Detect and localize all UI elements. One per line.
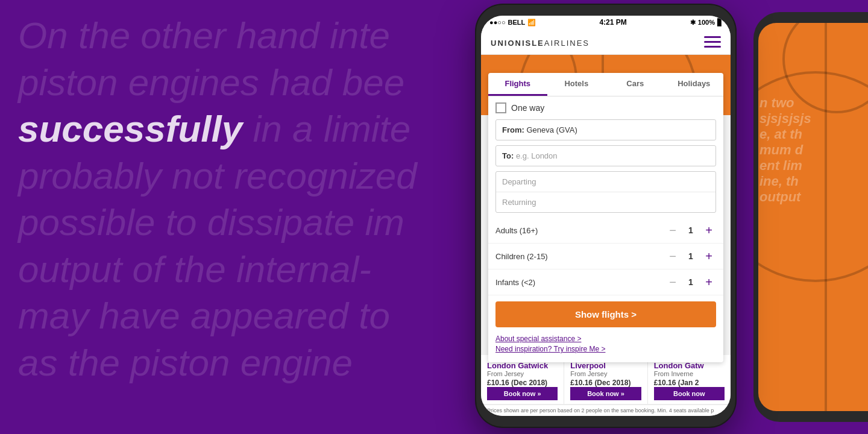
- to-field[interactable]: To: e.g. London: [495, 145, 716, 166]
- hamburger-line-2: [704, 41, 721, 43]
- from-field-value: Geneva (GVA): [526, 125, 577, 134]
- returning-label: Returning: [502, 198, 536, 207]
- children-row: Children (2-15) − 1 +: [488, 244, 723, 269]
- tab-cars-label: Cars: [626, 79, 644, 88]
- dest-city-1: Liverpool: [570, 361, 641, 370]
- one-way-row[interactable]: One way: [488, 96, 723, 119]
- children-minus-btn[interactable]: −: [665, 249, 680, 263]
- tab-flights[interactable]: Flights: [488, 73, 547, 96]
- dest-city-0: London Gatwick: [487, 361, 558, 370]
- dest-from-0: From Jersey: [487, 370, 558, 377]
- book-btn-1[interactable]: Book now »: [570, 387, 641, 400]
- from-field[interactable]: From: Geneva (GVA): [495, 119, 716, 140]
- links-area: About special assistance > Need inspirat…: [488, 332, 723, 357]
- brand-primary: Unionisle: [491, 39, 544, 48]
- hamburger-menu[interactable]: [704, 36, 721, 48]
- dest-price-0: £10.16 (Dec 2018): [487, 379, 558, 387]
- phone-shell: ●●○○ BELL 📶 4:21 PM ✱ 100% ▊ UnionisleAI…: [476, 5, 735, 427]
- dest-date-1: (Dec 2018): [594, 379, 631, 387]
- dest-date-2: (Jan 2: [678, 379, 699, 387]
- right-phone-partial: n two sjsjsjsjs e, at th mum d ent lim i…: [753, 12, 868, 422]
- one-way-checkbox[interactable]: [495, 102, 506, 113]
- battery-label: 100%: [698, 19, 715, 26]
- hamburger-line-3: [704, 46, 721, 48]
- tab-holidays[interactable]: Holidays: [665, 73, 724, 96]
- dest-price-2: £10.16 (Jan 2: [654, 379, 725, 387]
- infants-plus-btn[interactable]: +: [702, 275, 716, 289]
- tab-navigation: Flights Hotels Cars Holidays: [488, 73, 723, 96]
- dest-from-1: From Jersey: [570, 370, 641, 377]
- tab-holidays-label: Holidays: [678, 79, 710, 88]
- dest-price-value-0: £10.16: [487, 379, 509, 387]
- basketball-vline: [825, 23, 827, 411]
- dest-price-value-2: £10.16: [654, 379, 676, 387]
- children-controls: − 1 +: [665, 249, 716, 263]
- one-way-label: One way: [511, 103, 544, 113]
- adults-plus-btn[interactable]: +: [702, 223, 716, 237]
- special-assistance-link[interactable]: About special assistance >: [495, 335, 716, 343]
- adults-count: 1: [686, 225, 696, 235]
- adults-row: Adults (16+) − 1 +: [488, 218, 723, 244]
- tab-hotels[interactable]: Hotels: [547, 73, 606, 96]
- hamburger-line-1: [704, 36, 721, 38]
- returning-field[interactable]: Returning: [496, 192, 715, 212]
- infants-controls: − 1 +: [665, 275, 716, 289]
- brand-subtitle: AIRLINES: [544, 39, 590, 48]
- battery-icon: ▊: [717, 19, 722, 27]
- dest-city-2: London Gatw: [654, 361, 725, 370]
- adults-label: Adults (16+): [495, 226, 538, 235]
- prices-footer-text: Prices shown are per person based on 2 p…: [487, 407, 714, 414]
- adults-controls: − 1 +: [665, 223, 716, 237]
- bold-word: successfully: [18, 108, 242, 149]
- dest-price-value-1: £10.16: [570, 379, 593, 387]
- children-plus-btn[interactable]: +: [702, 249, 716, 263]
- prices-footer: Prices shown are per person based on 2 p…: [481, 404, 731, 416]
- dest-price-1: £10.16 (Dec 2018): [570, 379, 641, 387]
- destination-strip: London Gatwick From Jersey £10.16 (Dec 2…: [481, 355, 731, 404]
- tab-hotels-label: Hotels: [564, 79, 588, 88]
- from-field-label: From:: [502, 125, 524, 134]
- children-label: Children (2-15): [495, 252, 548, 261]
- right-phone-screen: n two sjsjsjsjs e, at th mum d ent lim i…: [758, 23, 868, 411]
- departing-field[interactable]: Departing: [496, 172, 715, 192]
- dest-from-2: From Inverne: [654, 370, 725, 377]
- infants-minus-btn[interactable]: −: [665, 275, 680, 289]
- tab-cars[interactable]: Cars: [606, 73, 665, 96]
- book-btn-0[interactable]: Book now »: [487, 387, 558, 400]
- bluetooth-icon: ✱: [690, 19, 696, 27]
- show-flights-button[interactable]: Show flights >: [495, 301, 716, 327]
- signal-dots: ●●○○: [489, 19, 506, 26]
- status-bar: ●●○○ BELL 📶 4:21 PM ✱ 100% ▊: [481, 16, 731, 29]
- brand-name-text: UnionisleAIRLINES: [491, 34, 590, 49]
- departing-label: Departing: [502, 177, 536, 186]
- phone-screen: ●●○○ BELL 📶 4:21 PM ✱ 100% ▊ UnionisleAI…: [481, 16, 731, 416]
- status-bar-time: 4:21 PM: [599, 18, 626, 27]
- infants-row: Infants (<2) − 1 +: [488, 269, 723, 295]
- carrier-label: BELL: [508, 19, 526, 26]
- infants-label: Infants (<2): [495, 278, 535, 287]
- date-fields: Departing Returning: [495, 171, 716, 213]
- tab-flights-label: Flights: [505, 79, 530, 88]
- right-bg-text: n two sjsjsjsjs e, at th mum d ent lim i…: [760, 95, 868, 205]
- search-card: Flights Hotels Cars Holidays One way: [488, 73, 723, 362]
- dest-card-2: London Gatw From Inverne £10.16 (Jan 2 B…: [648, 355, 731, 404]
- adults-minus-btn[interactable]: −: [665, 223, 680, 237]
- to-field-label: To:: [502, 151, 514, 160]
- app-header: UnionisleAIRLINES: [481, 29, 731, 55]
- infants-count: 1: [686, 277, 696, 287]
- wifi-icon: 📶: [527, 19, 536, 27]
- inspire-me-link[interactable]: Need inspiration? Try inspire Me >: [495, 345, 716, 353]
- status-bar-right: ✱ 100% ▊: [690, 19, 722, 27]
- brand-logo: UnionisleAIRLINES: [491, 34, 590, 49]
- dest-card-0: London Gatwick From Jersey £10.16 (Dec 2…: [481, 355, 564, 404]
- status-bar-left: ●●○○ BELL 📶: [489, 19, 536, 27]
- children-count: 1: [686, 251, 696, 261]
- to-field-placeholder: e.g. London: [516, 151, 558, 160]
- book-btn-2[interactable]: Book now: [654, 387, 725, 400]
- phone-mockup: ●●○○ BELL 📶 4:21 PM ✱ 100% ▊ UnionisleAI…: [464, 0, 760, 434]
- dest-date-0: (Dec 2018): [511, 379, 547, 387]
- dest-card-1: Liverpool From Jersey £10.16 (Dec 2018) …: [564, 355, 647, 404]
